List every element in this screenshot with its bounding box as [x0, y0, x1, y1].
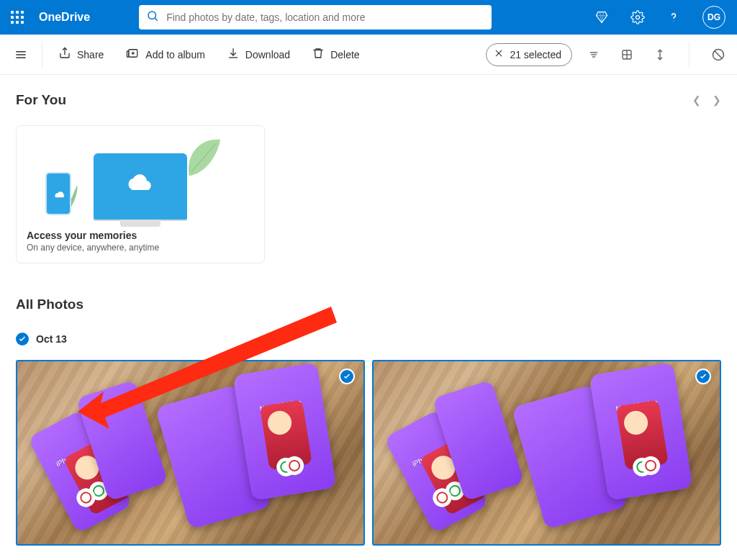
- divider: [42, 42, 42, 68]
- search-container: [139, 5, 492, 30]
- foryou-heading: For You: [16, 92, 66, 108]
- brand-name[interactable]: OneDrive: [39, 11, 90, 24]
- photo-select-checkbox[interactable]: [695, 369, 711, 384]
- svg-point-2: [636, 16, 640, 19]
- leaf-icon: [182, 133, 224, 184]
- delete-label: Delete: [330, 49, 359, 60]
- photo-item[interactable]: iPhone_Xe Note 20 Ultra: [372, 360, 721, 546]
- cloud-icon: [123, 173, 158, 194]
- main-content: For You ❮ ❯ Access your memories On any …: [0, 75, 737, 560]
- search-icon: [146, 9, 159, 25]
- photo-grid: iPhone_Xe Note 20 Ultra iPhone_Xe Note 2…: [16, 360, 721, 546]
- search-input[interactable]: [166, 12, 469, 23]
- app-header: OneDrive DG: [0, 0, 737, 35]
- svg-rect-9: [127, 51, 129, 57]
- svg-point-3: [674, 21, 674, 22]
- foryou-nav: ❮ ❯: [692, 94, 721, 106]
- foryou-section-head: For You ❮ ❯: [16, 92, 721, 108]
- settings-icon[interactable]: [626, 6, 649, 29]
- share-button[interactable]: Share: [58, 47, 104, 62]
- next-button[interactable]: ❯: [713, 94, 721, 106]
- card-subtitle: On any device, anywhere, anytime: [27, 243, 254, 253]
- download-button[interactable]: Download: [227, 47, 290, 62]
- card-art: [17, 126, 264, 220]
- menu-button[interactable]: [7, 41, 35, 68]
- card-title: Access your memories: [27, 230, 254, 241]
- foryou-memories-card[interactable]: Access your memories On any device, anyw…: [16, 125, 265, 263]
- header-right: DG: [590, 6, 731, 29]
- command-right: 21 selected: [486, 42, 730, 68]
- selection-count-pill[interactable]: 21 selected: [486, 43, 572, 66]
- add-album-label: Add to album: [145, 49, 205, 60]
- prev-button[interactable]: ❮: [692, 94, 701, 106]
- premium-icon[interactable]: [590, 6, 613, 29]
- svg-line-24: [715, 50, 723, 58]
- date-label: Oct 13: [36, 333, 67, 345]
- photo-select-checkbox[interactable]: [339, 369, 355, 384]
- trash-icon: [312, 47, 325, 62]
- waffle-icon: [11, 11, 24, 24]
- album-icon: [125, 47, 140, 62]
- close-icon: [494, 48, 504, 60]
- share-label: Share: [77, 49, 104, 60]
- search-box[interactable]: [139, 5, 492, 30]
- photo-item[interactable]: iPhone_Xe Note 20 Ultra: [16, 360, 365, 546]
- share-icon: [58, 47, 71, 62]
- view-toggle-button[interactable]: [615, 43, 638, 66]
- svg-line-1: [155, 18, 158, 20]
- phone-art: [45, 172, 71, 215]
- app-launcher-button[interactable]: [6, 6, 29, 29]
- delete-button[interactable]: Delete: [312, 47, 359, 62]
- add-to-album-button[interactable]: Add to album: [125, 47, 205, 62]
- svg-point-0: [148, 12, 156, 19]
- date-select-checkbox[interactable]: [16, 333, 29, 346]
- monitor-art: [94, 153, 187, 220]
- download-icon: [227, 47, 240, 62]
- info-toggle-button[interactable]: [648, 43, 672, 66]
- commands: Share Add to album Download Delete: [50, 47, 360, 62]
- divider: [689, 42, 689, 68]
- allphotos-heading: All Photos: [16, 297, 721, 312]
- download-label: Download: [245, 49, 290, 60]
- selected-label: 21 selected: [510, 49, 561, 60]
- date-group-header[interactable]: Oct 13: [16, 333, 721, 346]
- help-icon[interactable]: [662, 6, 685, 29]
- sort-button[interactable]: [582, 43, 605, 66]
- block-button[interactable]: [707, 43, 730, 66]
- command-bar: Share Add to album Download Delete 21 se…: [0, 35, 737, 75]
- account-avatar[interactable]: DG: [702, 6, 725, 29]
